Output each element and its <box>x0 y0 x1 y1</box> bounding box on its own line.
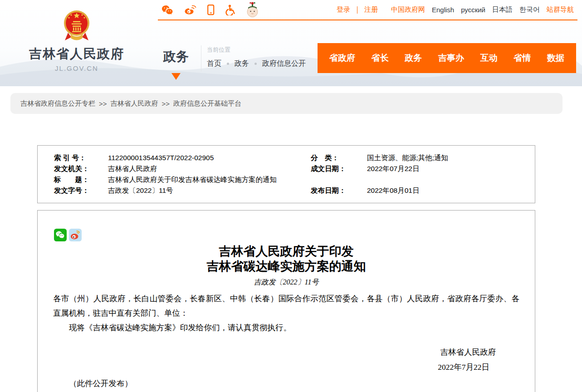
nav-province-overview[interactable]: 省情 <box>514 52 531 64</box>
meta-value-issuing-agency: 吉林省人民政府 <box>108 164 157 174</box>
meta-row: 标 题： 吉林省人民政府关于印发吉林省碳达峰实施方案的通知 <box>38 174 535 185</box>
meta-row: 发文字号： 吉政发〔2022〕11号 发布日期： 2022年08月01日 <box>38 185 535 196</box>
document-paragraph: 各市（州）人民政府，长白山管委会，长春新区、中韩（长春）国际合作示范区管委会，各… <box>53 291 519 320</box>
platform-path-bar: 吉林省政府信息公开专栏 >> 吉林省人民政府 >> 政府信息公开基础平台 <box>10 93 562 114</box>
weibo-icon[interactable] <box>184 5 196 15</box>
login-link[interactable]: 登录 <box>337 5 350 14</box>
signature-agency: 吉林省人民政府 <box>440 348 496 357</box>
document-number: 吉政发〔2022〕11号 <box>53 277 519 287</box>
meta-label-title: 标 题： <box>54 175 108 185</box>
social-icons <box>161 2 259 18</box>
document-title-line2: 吉林省碳达峰实施方案的通知 <box>53 259 519 274</box>
nav-data[interactable]: 数据 <box>547 52 564 64</box>
wechat-share-icon[interactable] <box>54 229 67 241</box>
document-meta-box: 索 引 号： 1122000013544357T/2022-02905 分 类：… <box>37 145 535 203</box>
nav-zhengwu[interactable]: 政务 <box>405 52 422 64</box>
national-emblem-icon <box>62 9 92 43</box>
login-register-divider <box>357 6 357 14</box>
site-header: 吉林省人民政府 JL.GOV.CN <box>0 0 582 86</box>
section-title: 政务 <box>163 48 189 65</box>
signature-line: 吉林省人民政府 <box>53 345 519 360</box>
lang-russian-link[interactable]: русский <box>461 6 485 14</box>
breadcrumb: 首页 政务 政府信息公开 <box>207 59 306 69</box>
meta-value-written-date: 2022年07月22日 <box>367 164 419 174</box>
document-content-box: 吉林省人民政府关于印发 吉林省碳达峰实施方案的通知 吉政发〔2022〕11号 各… <box>37 210 535 392</box>
share-row <box>53 229 519 241</box>
utility-links: 登录 注册 中国政府网 English русский 日本語 한국어 站群导航 <box>337 5 574 14</box>
site-group-nav-link[interactable]: 站群导航 <box>547 5 574 14</box>
breadcrumb-dot-icon <box>227 63 229 65</box>
meta-label-index-number: 索 引 号： <box>54 153 108 163</box>
nav-governor[interactable]: 省长 <box>372 52 389 64</box>
site-domain: JL.GOV.CN <box>17 64 136 72</box>
document-title: 吉林省人民政府关于印发 吉林省碳达峰实施方案的通知 <box>53 244 519 274</box>
nav-interaction[interactable]: 互动 <box>480 52 498 64</box>
lang-korean-link[interactable]: 한국어 <box>519 5 540 14</box>
meta-label-issuing-agency: 发文机关： <box>54 164 108 174</box>
path-separator: >> <box>99 100 107 108</box>
nav-jishiban[interactable]: 吉事办 <box>438 52 464 64</box>
path-base-platform[interactable]: 政府信息公开基础平台 <box>173 99 241 108</box>
meta-label-written-date: 成文日期： <box>311 164 367 174</box>
meta-value-document-number: 吉政发〔2022〕11号 <box>108 186 173 196</box>
mobile-icon[interactable] <box>207 5 215 15</box>
weibo-share-icon[interactable] <box>69 229 82 241</box>
public-release-note: （此件公开发布） <box>53 376 519 391</box>
caret-down-icon <box>171 73 181 80</box>
site-name: 吉林省人民政府 <box>17 45 136 63</box>
accessibility-icon[interactable] <box>225 5 235 15</box>
meta-row: 索 引 号： 1122000013544357T/2022-02905 分 类：… <box>38 152 535 163</box>
site-logo[interactable]: 吉林省人民政府 JL.GOV.CN <box>17 9 136 72</box>
wechat-icon[interactable] <box>161 5 173 15</box>
register-link[interactable]: 注册 <box>364 5 378 14</box>
meta-value-category: 国土资源、能源;其他;通知 <box>367 153 448 163</box>
breadcrumb-zhengwu[interactable]: 政务 <box>235 59 249 69</box>
breadcrumb-info-disclosure[interactable]: 政府信息公开 <box>262 59 306 69</box>
location-label: 当前位置 <box>207 46 306 54</box>
gov-cn-link[interactable]: 中国政府网 <box>391 5 425 14</box>
current-location: 当前位置 首页 政务 政府信息公开 <box>207 46 306 69</box>
path-separator: >> <box>162 100 170 108</box>
path-disclosure-column[interactable]: 吉林省政府信息公开专栏 <box>20 99 95 108</box>
lang-japanese-link[interactable]: 日本語 <box>492 5 513 14</box>
meta-row: 发文机关： 吉林省人民政府 成文日期： 2022年07月22日 <box>38 163 535 174</box>
lang-english-link[interactable]: English <box>432 6 454 14</box>
utility-bar: 登录 注册 中国政府网 English русский 日本語 한국어 站群导航 <box>158 0 577 20</box>
signature-date: 2022年7月22日 <box>438 363 489 372</box>
document-title-line1: 吉林省人民政府关于印发 <box>53 244 519 259</box>
meta-value-index-number: 1122000013544357T/2022-02905 <box>108 154 214 162</box>
page: 吉林省人民政府 JL.GOV.CN <box>0 0 582 392</box>
nav-provincial-government[interactable]: 省政府 <box>329 52 355 64</box>
meta-value-publish-date: 2022年08月01日 <box>367 186 419 196</box>
main-nav: 省政府 省长 政务 吉事办 互动 省情 数据 <box>318 43 576 73</box>
signature-date-line: 2022年7月22日 <box>53 360 519 375</box>
meta-label-category: 分 类： <box>311 153 367 163</box>
meta-value-title: 吉林省人民政府关于印发吉林省碳达峰实施方案的通知 <box>108 175 277 185</box>
document-paragraph: 现将《吉林省碳达峰实施方案》印发给你们，请认真贯彻执行。 <box>53 320 519 335</box>
path-provincial-government[interactable]: 吉林省人民政府 <box>111 99 158 108</box>
mascot-icon[interactable] <box>246 2 259 18</box>
document-body: 各市（州）人民政府，长白山管委会，长春新区、中韩（长春）国际合作示范区管委会，各… <box>53 291 519 335</box>
meta-label-publish-date: 发布日期： <box>311 186 367 196</box>
meta-label-document-number: 发文字号： <box>54 186 108 196</box>
breadcrumb-dot-icon <box>254 63 257 65</box>
breadcrumb-home[interactable]: 首页 <box>207 59 221 69</box>
header-divider <box>201 45 201 72</box>
